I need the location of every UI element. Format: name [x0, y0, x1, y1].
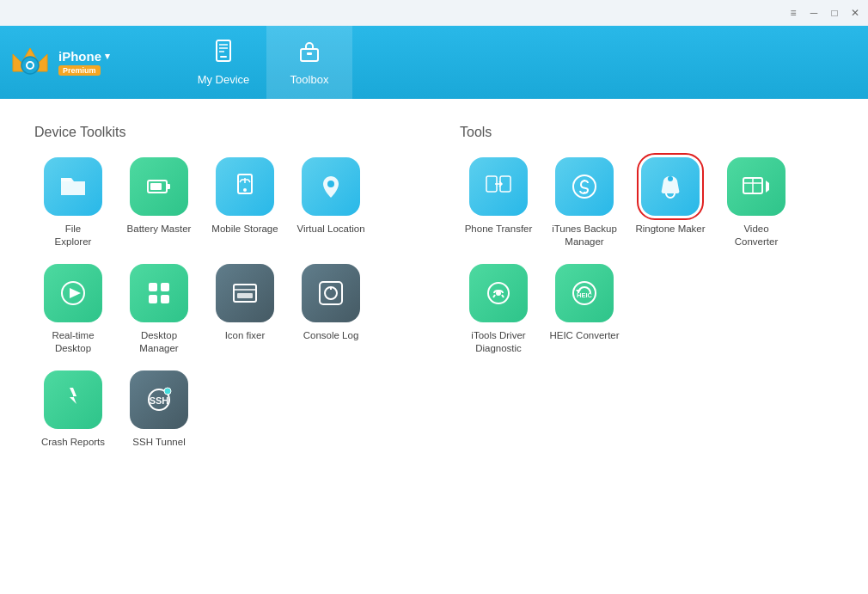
- svg-point-15: [243, 188, 247, 192]
- svg-text:HEIC: HEIC: [577, 291, 593, 299]
- minimize-icon[interactable]: ─: [808, 7, 820, 19]
- svg-rect-13: [150, 183, 162, 190]
- tool-realtime-desktop[interactable]: Real-timeDesktop: [34, 264, 112, 355]
- video-converter-label: VideoConverter: [735, 223, 779, 248]
- tool-heic-converter[interactable]: HEIC HEIC Converter: [546, 264, 623, 355]
- heic-converter-icon-wrap: HEIC: [555, 264, 614, 322]
- icon-fixer-label: Icon fixer: [225, 329, 266, 342]
- tab-toolbox[interactable]: Toolbox: [266, 26, 352, 99]
- logo-area: iPhone ▾ Premium: [0, 26, 180, 99]
- tool-console-log[interactable]: Console Log: [292, 264, 370, 355]
- svg-rect-4: [217, 40, 230, 61]
- ssh-tunnel-icon-wrap: SSH: [130, 370, 188, 429]
- device-toolkits-title: Device Toolkits: [34, 125, 408, 140]
- realtime-desktop-icon-wrap: [44, 264, 102, 322]
- nav-tabs: My Device Toolbox: [180, 26, 352, 99]
- svg-point-43: [496, 291, 501, 296]
- heic-converter-label: HEIC Converter: [549, 329, 619, 342]
- close-icon[interactable]: ✕: [849, 7, 861, 19]
- svg-point-16: [327, 181, 334, 187]
- console-log-label: Console Log: [303, 329, 359, 342]
- device-toolkits-grid: FileExplorer Battery Master: [34, 157, 408, 449]
- svg-rect-20: [161, 283, 169, 291]
- ringtone-maker-icon-wrap: [641, 157, 700, 216]
- tool-battery-master[interactable]: Battery Master: [120, 157, 198, 248]
- mobile-storage-label: Mobile Storage: [211, 223, 278, 236]
- tool-desktop-manager[interactable]: DesktopManager: [120, 264, 198, 355]
- iphone-label[interactable]: iPhone ▾: [58, 49, 110, 64]
- tool-ssh-tunnel[interactable]: SSH SSH Tunnel: [120, 370, 198, 449]
- file-explorer-label: FileExplorer: [55, 223, 92, 248]
- toolbox-icon: [297, 39, 321, 68]
- crash-reports-label: Crash Reports: [41, 436, 105, 449]
- ssh-tunnel-label: SSH Tunnel: [132, 436, 185, 449]
- app-logo: [9, 41, 52, 84]
- tab-my-device[interactable]: My Device: [180, 26, 266, 99]
- video-converter-icon-wrap: [727, 157, 785, 216]
- ringtone-maker-label: Ringtone Maker: [635, 223, 705, 236]
- crash-reports-icon-wrap: [44, 370, 102, 429]
- dropdown-arrow-icon: ▾: [105, 51, 110, 62]
- tool-crash-reports[interactable]: Crash Reports: [34, 370, 112, 449]
- svg-text:SSH: SSH: [150, 395, 169, 406]
- icon-fixer-icon-wrap: [216, 264, 274, 322]
- svg-marker-39: [766, 181, 769, 193]
- svg-marker-18: [70, 288, 81, 298]
- itools-driver-label: iTools DriverDiagnostic: [471, 329, 525, 355]
- svg-rect-12: [167, 184, 170, 189]
- tool-icon-fixer[interactable]: Icon fixer: [206, 264, 284, 355]
- tools-title: Tools: [460, 125, 834, 140]
- tool-virtual-location[interactable]: Virtual Location: [292, 157, 370, 248]
- svg-point-3: [28, 63, 33, 68]
- tool-itunes-backup[interactable]: iTunes BackupManager: [546, 157, 623, 248]
- virtual-location-icon-wrap: [302, 157, 360, 216]
- desktop-manager-label: DesktopManager: [139, 329, 178, 355]
- itunes-backup-icon-wrap: [555, 157, 614, 216]
- device-toolkits-section: Device Toolkits FileExplorer: [34, 125, 408, 449]
- my-device-icon: [211, 39, 235, 68]
- tool-phone-transfer[interactable]: Phone Transfer: [460, 157, 537, 248]
- toolbox-label: Toolbox: [290, 73, 329, 86]
- svg-rect-5: [220, 56, 227, 58]
- svg-point-31: [164, 388, 171, 395]
- my-device-label: My Device: [198, 73, 250, 86]
- titlebar: ≡ ─ □ ✕: [0, 0, 868, 26]
- menu-icon[interactable]: ≡: [787, 7, 799, 19]
- sections-container: Device Toolkits FileExplorer: [34, 125, 834, 449]
- console-log-icon-wrap: [302, 264, 360, 322]
- header: iPhone ▾ Premium My Device: [0, 26, 868, 99]
- battery-master-icon-wrap: [130, 157, 188, 216]
- svg-rect-21: [149, 295, 157, 303]
- svg-rect-10: [307, 52, 312, 55]
- mobile-storage-icon-wrap: [216, 157, 274, 216]
- realtime-desktop-label: Real-timeDesktop: [52, 329, 94, 355]
- tool-itools-driver[interactable]: iTools DriverDiagnostic: [460, 264, 537, 355]
- tools-grid: Phone Transfer iTunes BackupManager: [460, 157, 834, 355]
- file-explorer-icon-wrap: [44, 157, 102, 216]
- premium-badge: Premium: [58, 65, 101, 76]
- battery-master-label: Battery Master: [127, 223, 192, 236]
- window-controls: ≡ ─ □ ✕: [787, 7, 861, 19]
- maximize-icon[interactable]: □: [828, 7, 840, 19]
- virtual-location-label: Virtual Location: [296, 223, 364, 236]
- logo-text: iPhone ▾ Premium: [58, 49, 110, 76]
- tool-mobile-storage[interactable]: Mobile Storage: [206, 157, 284, 248]
- tools-section: Tools Phone Transfer: [460, 125, 834, 449]
- svg-point-34: [573, 175, 596, 198]
- phone-transfer-label: Phone Transfer: [465, 223, 533, 236]
- tool-file-explorer[interactable]: FileExplorer: [34, 157, 112, 248]
- svg-rect-19: [149, 283, 157, 291]
- itools-driver-icon-wrap: [469, 264, 528, 322]
- desktop-manager-icon-wrap: [130, 264, 188, 322]
- svg-point-37: [668, 176, 673, 181]
- svg-rect-22: [161, 295, 169, 303]
- phone-transfer-icon-wrap: [469, 157, 528, 216]
- main-content: Device Toolkits FileExplorer: [0, 99, 868, 594]
- svg-rect-25: [237, 293, 253, 298]
- tool-video-converter[interactable]: VideoConverter: [718, 157, 795, 248]
- svg-rect-26: [320, 282, 342, 304]
- tool-ringtone-maker[interactable]: Ringtone Maker: [632, 157, 709, 248]
- itunes-backup-label: iTunes BackupManager: [552, 223, 617, 248]
